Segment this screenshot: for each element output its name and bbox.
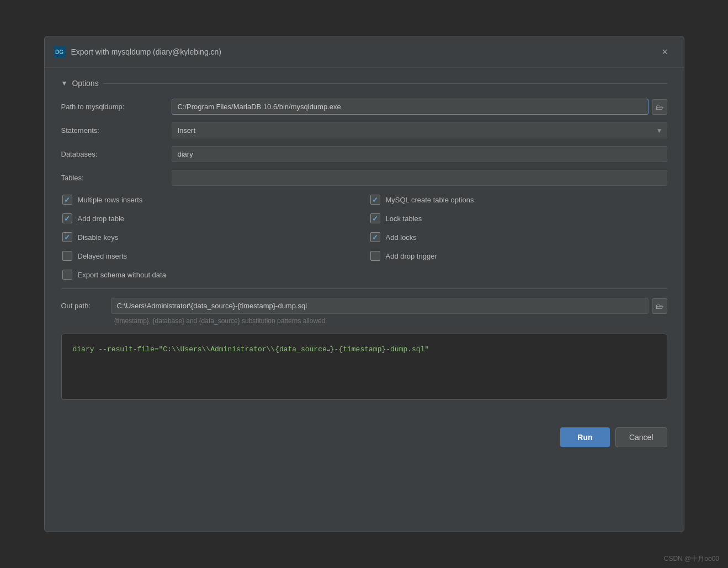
run-button[interactable]: Run xyxy=(560,427,610,447)
dialog-content: ▼ Options Path to mysqldump: 🗁 Statement… xyxy=(45,68,684,422)
checkbox-add-drop-table-label: Add drop table xyxy=(78,215,125,223)
checkbox-add-drop-table-box: ✓ xyxy=(62,213,72,223)
checkbox-delayed-inserts-box xyxy=(62,251,72,261)
watermark: CSDN @十月oo00 xyxy=(664,554,719,564)
checkmark-icon: ✓ xyxy=(64,196,70,204)
checkbox-add-locks-box: ✓ xyxy=(370,232,380,242)
checkbox-disable-keys-box: ✓ xyxy=(62,232,72,242)
dialog-title: Export with mysqldump (diary@kylebing.cn… xyxy=(71,47,222,56)
path-browse-button[interactable]: 🗁 xyxy=(652,99,667,115)
out-path-row: Out path: 🗁 xyxy=(61,298,667,314)
checkbox-add-locks-label: Add locks xyxy=(386,233,417,242)
checkbox-mysql-create-box: ✓ xyxy=(370,195,380,205)
title-bar: DG Export with mysqldump (diary@kylebing… xyxy=(45,36,684,68)
databases-row: Databases: xyxy=(61,146,667,162)
checkbox-disable-keys[interactable]: ✓ Disable keys xyxy=(62,232,359,242)
out-path-label: Out path: xyxy=(61,302,111,310)
export-dialog: DG Export with mysqldump (diary@kylebing… xyxy=(44,36,684,532)
checkbox-multiple-rows[interactable]: ✓ Multiple rows inserts xyxy=(62,195,359,205)
statements-label: Statements: xyxy=(61,126,172,135)
checkbox-add-drop-table[interactable]: ✓ Add drop table xyxy=(62,213,359,223)
out-path-input[interactable] xyxy=(111,298,649,314)
checkbox-delayed-inserts-label: Delayed inserts xyxy=(78,252,127,260)
out-path-browse-button[interactable]: 🗁 xyxy=(652,298,667,314)
checkbox-export-schema[interactable]: Export schema without data xyxy=(62,270,359,280)
checkbox-mysql-create[interactable]: ✓ MySQL create table options xyxy=(370,195,667,205)
checkmark-icon: ✓ xyxy=(372,233,378,242)
checkboxes-grid: ✓ Multiple rows inserts ✓ MySQL create t… xyxy=(62,195,667,280)
section-divider xyxy=(103,83,667,84)
checkmark-icon: ✓ xyxy=(64,215,70,223)
tables-label: Tables: xyxy=(61,174,172,182)
tables-input[interactable] xyxy=(172,170,667,186)
tables-row: Tables: xyxy=(61,170,667,186)
checkmark-icon: ✓ xyxy=(372,196,378,204)
statements-field: Insert Replace Insert Ignore ▼ xyxy=(172,122,667,138)
dialog-footer: Run Cancel xyxy=(45,427,684,447)
path-input[interactable] xyxy=(172,99,649,115)
checkbox-mysql-create-label: MySQL create table options xyxy=(386,196,474,204)
options-section-header: ▼ Options xyxy=(61,79,667,88)
section-triangle-icon: ▼ xyxy=(61,79,68,87)
databases-input[interactable] xyxy=(172,146,667,162)
checkbox-multiple-rows-box: ✓ xyxy=(62,195,72,205)
checkbox-lock-tables-label: Lock tables xyxy=(386,215,422,223)
statements-row: Statements: Insert Replace Insert Ignore… xyxy=(61,122,667,138)
app-icon: DG xyxy=(54,46,66,58)
databases-field xyxy=(172,146,667,162)
checkbox-delayed-inserts[interactable]: Delayed inserts xyxy=(62,251,359,261)
out-path-field: 🗁 xyxy=(111,298,667,314)
checkbox-disable-keys-label: Disable keys xyxy=(78,233,119,242)
options-section-title: Options xyxy=(72,79,98,88)
checkmark-icon: ✓ xyxy=(64,233,70,242)
title-bar-left: DG Export with mysqldump (diary@kylebing… xyxy=(54,46,222,58)
close-button[interactable]: × xyxy=(657,44,673,60)
checkbox-export-schema-box xyxy=(62,270,72,280)
checkbox-multiple-rows-label: Multiple rows inserts xyxy=(78,196,143,204)
checkbox-add-drop-trigger-box xyxy=(370,251,380,261)
section-divider-line xyxy=(61,288,667,289)
statements-select-wrapper: Insert Replace Insert Ignore ▼ xyxy=(172,122,667,138)
code-preview-box: diary --result-file="C:\\Users\\Administ… xyxy=(61,334,667,400)
path-row: Path to mysqldump: 🗁 xyxy=(61,99,667,115)
path-field: 🗁 xyxy=(172,99,667,115)
checkmark-icon: ✓ xyxy=(372,215,378,223)
checkbox-lock-tables-box: ✓ xyxy=(370,213,380,223)
cancel-button[interactable]: Cancel xyxy=(615,427,667,447)
checkbox-add-drop-trigger-label: Add drop trigger xyxy=(386,252,437,260)
checkbox-add-drop-trigger[interactable]: Add drop trigger xyxy=(370,251,667,261)
checkbox-export-schema-label: Export schema without data xyxy=(78,271,166,279)
checkbox-add-locks[interactable]: ✓ Add locks xyxy=(370,232,667,242)
path-label: Path to mysqldump: xyxy=(61,103,172,111)
checkbox-lock-tables[interactable]: ✓ Lock tables xyxy=(370,213,667,223)
statements-select[interactable]: Insert Replace Insert Ignore xyxy=(172,122,667,138)
databases-label: Databases: xyxy=(61,150,172,158)
tables-field xyxy=(172,170,667,186)
out-path-hint: {timestamp}, {database} and {data_source… xyxy=(114,317,667,325)
